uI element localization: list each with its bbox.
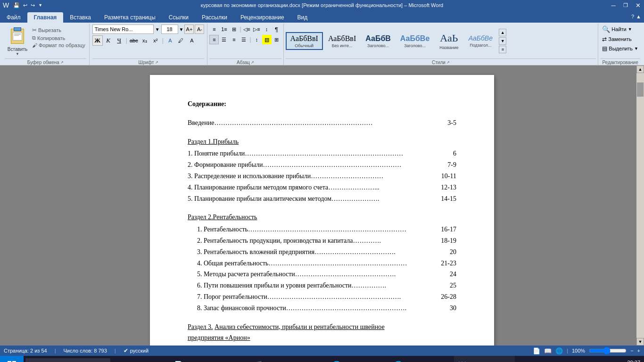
styles-scroll-up-button[interactable]: ▲ xyxy=(499,29,506,36)
font-name-select[interactable] xyxy=(92,25,154,34)
view-print-icon[interactable]: 📄 xyxy=(533,347,540,354)
show-marks-button[interactable]: ¶ xyxy=(272,25,281,34)
minimize-button[interactable]: ─ xyxy=(607,0,619,10)
justify-button[interactable]: ☰ xyxy=(239,35,248,44)
status-words[interactable]: Число слов: 8 793 xyxy=(63,348,107,354)
decrease-indent-button[interactable]: ◁≡ xyxy=(242,25,252,34)
close-button[interactable]: ✕ xyxy=(632,0,644,10)
taskbar-search[interactable]: 🔍 xyxy=(25,358,110,362)
tab-insert[interactable]: Вставка xyxy=(63,12,98,23)
replace-button[interactable]: ⇄ Заменить xyxy=(600,35,640,43)
style-normal[interactable]: АаБбВвI Обычный xyxy=(286,32,323,50)
styles-more-button[interactable]: ≡ xyxy=(499,46,506,53)
superscript-button[interactable]: х² xyxy=(150,35,161,46)
ribbon-minimize-button[interactable]: ▲ xyxy=(636,14,641,19)
status-page[interactable]: Страница: 2 из 54 xyxy=(4,348,47,354)
style-subtitle[interactable]: АаБбВе Подзагол... xyxy=(464,33,497,49)
document-area: ▲ ▼ Содержание: Введение…………………………………………… xyxy=(0,66,644,346)
taskbar-item-media[interactable]: 🎵 xyxy=(249,356,268,362)
sort-button[interactable]: ↕ xyxy=(262,25,272,34)
zoom-out-icon[interactable]: − xyxy=(630,348,633,354)
increase-indent-button[interactable]: ▷≡ xyxy=(252,25,262,34)
tab-review[interactable]: Рецензирование xyxy=(234,12,291,23)
editing-group: 🔍 Найти ▼ ⇄ Заменить ▤ Выделить ▼ Редакт… xyxy=(598,24,642,65)
strikethrough-button[interactable]: abc xyxy=(129,35,139,46)
tab-page-layout[interactable]: Разметка страницы xyxy=(98,12,162,23)
scrollbar-thumb[interactable] xyxy=(637,82,644,97)
view-reading-icon[interactable]: 📖 xyxy=(544,347,552,354)
toc-entry: 5. Методы расчета рентабельности……………………… xyxy=(188,269,456,280)
start-button[interactable] xyxy=(0,356,24,362)
zoom-in-icon[interactable]: + xyxy=(637,348,640,354)
style-heading1[interactable]: АаБбВ Заголово... xyxy=(361,33,395,49)
zoom-slider[interactable] xyxy=(589,348,627,354)
numbering-button[interactable]: 1≡ xyxy=(219,25,229,34)
highlight-button[interactable]: 🖊 xyxy=(176,35,186,46)
italic-button[interactable]: К xyxy=(103,35,114,46)
styles-expand-icon[interactable]: ↗ xyxy=(446,60,450,65)
taskbar-item-skype[interactable]: S Skype™ – violett... xyxy=(268,356,327,362)
taskbar-item-browser[interactable]: 🌐 75% – напарник ... xyxy=(389,356,454,362)
font-group: ▼ ▼ A+ A- Ж К Ч | abc х₂ х² | A 🖊 A Шриф… xyxy=(90,24,208,65)
qat-save-button[interactable]: 💾 xyxy=(12,2,21,8)
style-heading2[interactable]: АаБбВе Заголово... xyxy=(396,33,434,49)
select-button[interactable]: ▤ Выделить ▼ xyxy=(600,44,640,53)
font-decrease-button[interactable]: A- xyxy=(195,25,204,34)
borders-button[interactable]: ⊞ xyxy=(272,35,281,44)
shading-button[interactable]: ▧ xyxy=(262,35,272,44)
toc-intro-entry: Введение……………………………………………………………… 3-5 xyxy=(188,117,456,129)
text-effects-button[interactable]: A xyxy=(165,35,175,46)
style-no-spacing[interactable]: АаБбВвI Без инте... xyxy=(324,33,360,49)
subscript-button[interactable]: х₂ xyxy=(140,35,150,46)
format-painter-button[interactable]: 🖌 Формат по образцу xyxy=(31,42,86,49)
cut-button[interactable]: ✂ Вырезать xyxy=(31,26,86,34)
taskbar-item-screenshots[interactable]: 📷 Снимки экрана xyxy=(112,356,169,362)
qat-undo-button[interactable]: ↩ xyxy=(22,2,28,8)
font-color-button[interactable]: A xyxy=(187,35,197,46)
tab-references[interactable]: Ссылки xyxy=(162,12,195,23)
line-spacing-button[interactable]: ↕ xyxy=(252,35,262,44)
maximize-button[interactable]: ❐ xyxy=(619,0,632,10)
font-increase-button[interactable]: A+ xyxy=(184,25,194,34)
tab-mailings[interactable]: Рассылки xyxy=(195,12,234,23)
taskbar-item-word-active[interactable]: W курсовая по эко... xyxy=(454,356,515,362)
copy-button[interactable]: ⧉ Копировать xyxy=(31,34,86,41)
toc-title: Содержание: xyxy=(188,99,456,110)
section2: Раздел 2.Рентабельность 1. Рентабельност… xyxy=(188,212,456,313)
align-center-button[interactable]: ☰ xyxy=(219,35,229,44)
paste-button[interactable]: Вставить ▼ xyxy=(5,25,30,58)
font-size-select[interactable] xyxy=(161,25,178,34)
tab-file[interactable]: Файл xyxy=(0,12,27,23)
status-language[interactable]: ✔ русский xyxy=(124,347,149,354)
styles-scroll-down-button[interactable]: ▼ xyxy=(499,37,506,45)
taskbar-item-coursework1[interactable]: 📄 Курсовая по эк... xyxy=(169,356,230,362)
underline-button[interactable]: Ч xyxy=(114,35,124,46)
bullets-button[interactable]: ≡ xyxy=(209,25,219,34)
tray-clock[interactable]: 20:37 08.11.2016 xyxy=(614,360,640,362)
multilevel-button[interactable]: ⊞ xyxy=(229,25,239,34)
paragraph-expand-icon[interactable]: ↗ xyxy=(251,60,254,65)
taskbar-tray: 🔋 📶 🔊 РУС 20:37 08.11.2016 xyxy=(562,360,644,362)
ribbon-help-button[interactable]: ? xyxy=(631,14,634,19)
paragraph-label: Абзац xyxy=(237,60,250,65)
qat-customize-button[interactable]: ▼ xyxy=(37,3,43,8)
view-web-icon[interactable]: 🌐 xyxy=(555,347,563,354)
style-title[interactable]: АаЬ Название xyxy=(435,31,463,51)
scroll-up-button[interactable]: ▲ xyxy=(636,66,644,73)
tab-view[interactable]: Вид xyxy=(291,12,314,23)
toc-entry: 4. Общая рентабельность……………………………………………… xyxy=(188,258,456,269)
status-bar: Страница: 2 из 54 | Число слов: 8 793 | … xyxy=(0,346,644,356)
qat-redo-button[interactable]: ↪ xyxy=(30,2,36,8)
tab-home[interactable]: Главная xyxy=(27,12,64,23)
find-button[interactable]: 🔍 Найти ▼ xyxy=(600,25,640,34)
align-left-button[interactable]: ≡ xyxy=(209,35,219,44)
taskbar-item-folder[interactable]: 📁 xyxy=(230,356,249,362)
clipboard-group: Вставить ▼ ✂ Вырезать ⧉ Копировать 🖌 Фор… xyxy=(2,24,90,65)
scroll-down-button[interactable]: ▼ xyxy=(636,338,644,346)
bold-button[interactable]: Ж xyxy=(92,35,103,46)
taskbar-item-freelancer[interactable]: 🌐 Фрилансер Viol... xyxy=(327,356,389,362)
toc-entry: 3. Распределение и использование прибыли… xyxy=(188,171,456,182)
align-right-button[interactable]: ≡ xyxy=(229,35,239,44)
font-expand-icon[interactable]: ↗ xyxy=(155,60,158,65)
clipboard-expand-icon[interactable]: ↗ xyxy=(60,60,64,65)
